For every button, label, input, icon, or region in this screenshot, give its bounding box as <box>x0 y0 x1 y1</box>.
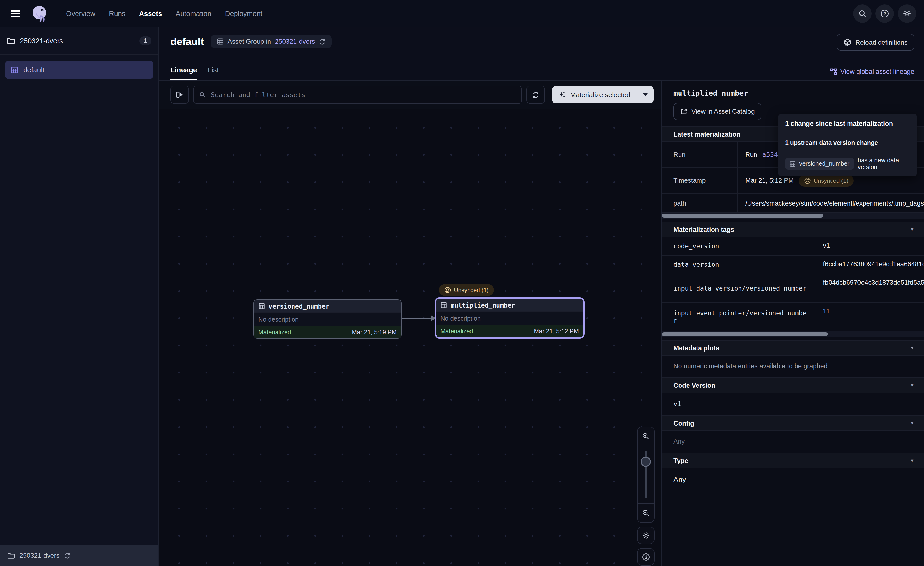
asset-node-versioned-number[interactable]: versioned_number No description Material… <box>254 299 402 339</box>
sidebar-item-default[interactable]: default <box>5 61 153 79</box>
nav-deployment[interactable]: Deployment <box>225 10 262 18</box>
asset-group-badge-text: Asset Group in <box>228 38 271 45</box>
view-global-asset-lineage-label: View global asset lineage <box>840 68 914 75</box>
zoom-out-button[interactable] <box>638 504 654 522</box>
latest-path-label: path <box>662 194 738 212</box>
sidebar-item-label: default <box>23 66 44 74</box>
asset-node-timestamp: Mar 21, 5:12 PM <box>534 328 579 334</box>
app-root: Overview Runs Assets Automation Deployme… <box>0 0 924 566</box>
primary-nav: Overview Runs Assets Automation Deployme… <box>66 10 262 18</box>
asset-group-badge[interactable]: Asset Group in 250321-dvers <box>211 35 332 48</box>
unsynced-badge[interactable]: Unsynced (1) <box>799 175 854 186</box>
nav-assets[interactable]: Assets <box>139 10 162 18</box>
section-materialization-tags[interactable]: Materialization tags ▼ <box>662 221 924 237</box>
download-icon <box>642 552 650 561</box>
section-type-label: Type <box>674 457 688 464</box>
tag-key: input_data_version/versioned_number <box>662 274 815 302</box>
asset-node-name: versioned_number <box>268 303 329 310</box>
reload-definitions-button[interactable]: Reload definitions <box>836 34 914 51</box>
scrollbar-thumb[interactable] <box>662 214 823 218</box>
page-title: default <box>170 36 204 47</box>
asset-chip-label: versioned_number <box>799 160 849 167</box>
graph-toolbar: Materialize selected <box>159 81 662 109</box>
unsynced-icon <box>804 177 811 184</box>
search-input[interactable] <box>210 90 516 99</box>
lineage-graph-area: Materialize selected Unsynced (1) <box>159 81 662 566</box>
refresh-icon <box>532 91 540 98</box>
download-graph-button[interactable] <box>637 548 654 566</box>
metadata-plots-empty-text: No numeric metadata entries available to… <box>662 356 924 378</box>
panel-asset-title: multiplied_number <box>662 81 924 98</box>
tag-value: v1 <box>815 237 924 255</box>
section-config[interactable]: Config ▼ <box>662 415 924 431</box>
sidebar: 250321-dvers 1 default 250321-dvers <box>0 27 159 566</box>
tag-row: code_version v1 <box>662 237 924 256</box>
dagster-logo[interactable] <box>29 3 50 24</box>
sidebar-footer[interactable]: 250321-dvers <box>0 545 158 566</box>
search-button[interactable] <box>853 5 872 23</box>
chevron-down-icon[interactable]: ▼ <box>910 227 914 232</box>
scrollbar-thumb[interactable] <box>662 332 828 336</box>
tooltip-text: has a new data version <box>858 157 910 170</box>
table-icon <box>258 303 265 310</box>
latest-path-row: path /Users/smackesey/stm/code/elementl/… <box>662 194 924 213</box>
path-link[interactable]: /Users/smackesey/stm/code/elementl/exper… <box>746 199 924 207</box>
section-metadata-plots-label: Metadata plots <box>674 344 719 352</box>
nav-overview[interactable]: Overview <box>66 10 95 18</box>
tab-list[interactable]: List <box>208 66 219 80</box>
settings-button[interactable] <box>898 5 916 23</box>
sidebar-group-count-badge: 1 <box>140 36 152 45</box>
view-in-asset-catalog-button[interactable]: View in Asset Catalog <box>674 103 762 120</box>
chevron-down-icon[interactable]: ▼ <box>910 345 914 350</box>
refresh-icon[interactable] <box>64 552 70 559</box>
unsynced-badge[interactable]: Unsynced (1) <box>439 284 494 296</box>
section-type[interactable]: Type ▼ <box>662 453 924 468</box>
table-icon <box>789 161 796 167</box>
zoom-controls <box>638 427 654 566</box>
horizontal-scrollbar <box>662 331 924 337</box>
graph-settings-button[interactable] <box>637 527 654 544</box>
nav-automation[interactable]: Automation <box>176 10 212 18</box>
sidebar-group-row[interactable]: 250321-dvers 1 <box>0 27 158 55</box>
asset-group-icon <box>10 66 18 74</box>
asset-node-status: Materialized <box>258 329 291 336</box>
tag-row: data_version f6ccba1776380941e9cd1ea6648… <box>662 256 924 274</box>
tab-lineage[interactable]: Lineage <box>170 66 197 80</box>
zoom-slider-thumb[interactable] <box>640 457 651 467</box>
code-version-value: v1 <box>662 393 924 415</box>
top-nav-actions: ? <box>853 5 916 23</box>
materialize-selected-button[interactable]: Materialize selected <box>552 86 654 104</box>
view-global-asset-lineage-link[interactable]: View global asset lineage <box>830 68 914 75</box>
lineage-canvas[interactable]: Unsynced (1) versioned_number No descrip… <box>159 109 662 566</box>
asset-node-description: No description <box>254 312 401 325</box>
tooltip-title: 1 change since last materialization <box>778 114 917 134</box>
asset-node-timestamp: Mar 21, 5:19 PM <box>352 329 397 336</box>
refresh-graph-button[interactable] <box>526 86 545 104</box>
section-materialization-tags-label: Materialization tags <box>674 226 734 233</box>
section-metadata-plots[interactable]: Metadata plots ▼ <box>662 340 924 356</box>
zoom-slider[interactable] <box>638 446 654 504</box>
asset-node-multiplied-number[interactable]: multiplied_number No description Materia… <box>435 297 585 339</box>
refresh-icon[interactable] <box>319 38 326 45</box>
svg-text:?: ? <box>883 11 886 16</box>
search-icon <box>858 9 867 18</box>
chevron-down-icon[interactable]: ▼ <box>910 458 914 463</box>
gear-icon <box>903 9 911 18</box>
chevron-down-icon[interactable]: ▼ <box>910 421 914 426</box>
materialize-dropdown-caret[interactable] <box>636 86 654 104</box>
help-button[interactable]: ? <box>876 5 894 23</box>
asset-chip[interactable]: versioned_number <box>785 158 854 170</box>
expand-panel-button[interactable] <box>170 86 189 104</box>
unsynced-badge-label: Unsynced (1) <box>814 177 849 184</box>
sidebar-group-label: 250321-dvers <box>20 37 63 45</box>
external-link-icon <box>680 108 687 115</box>
zoom-in-button[interactable] <box>638 427 654 446</box>
horizontal-scrollbar <box>662 213 924 218</box>
config-value: Any <box>662 431 924 453</box>
chevron-down-icon[interactable]: ▼ <box>910 383 914 388</box>
section-code-version[interactable]: Code Version ▼ <box>662 378 924 393</box>
hamburger-menu-icon[interactable] <box>10 10 20 17</box>
asset-group-badge-link[interactable]: 250321-dvers <box>275 38 315 45</box>
nav-runs[interactable]: Runs <box>109 10 126 18</box>
sparkles-icon <box>559 91 566 99</box>
